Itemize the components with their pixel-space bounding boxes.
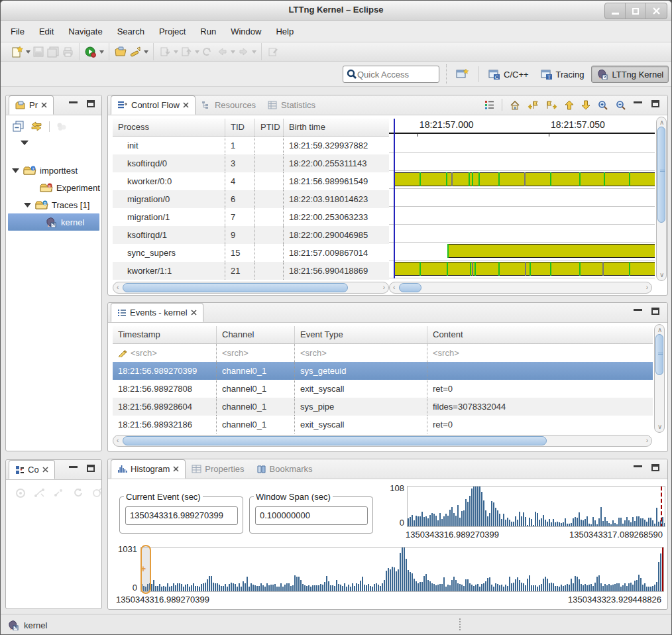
column-header-ptid[interactable]: PTID bbox=[255, 119, 284, 136]
timeline-row-init[interactable] bbox=[389, 135, 655, 153]
tab-statistics[interactable]: Statistics bbox=[262, 95, 321, 115]
event-row[interactable]: 18:21:56.98928604channel0_1sys_pipefilde… bbox=[113, 398, 653, 416]
minimize-view-icon[interactable] bbox=[634, 464, 642, 467]
close-icon[interactable] bbox=[183, 102, 189, 108]
close-icon[interactable] bbox=[42, 467, 48, 473]
table-row[interactable]: init118:21:59.329937882 bbox=[113, 137, 389, 154]
collapse-all-icon[interactable] bbox=[13, 121, 24, 132]
external-tools-icon[interactable] bbox=[84, 45, 98, 58]
search-flashlight-icon[interactable] bbox=[128, 45, 142, 58]
quick-access-box[interactable] bbox=[343, 66, 439, 83]
maximize-view-icon[interactable] bbox=[651, 464, 659, 471]
maximize-view-icon[interactable] bbox=[87, 465, 95, 472]
tree-item-experiment[interactable]: EExperiment bbox=[8, 179, 99, 196]
maximize-view-icon[interactable] bbox=[651, 308, 659, 315]
tab-properties[interactable]: Properties bbox=[186, 459, 250, 479]
minimize-view-icon[interactable] bbox=[634, 308, 642, 311]
table-row[interactable]: migration/0618:22:03.918014623 bbox=[113, 190, 389, 208]
column-header-birth-time[interactable]: Birth time bbox=[284, 119, 389, 136]
timeline-row-kworker-1-1[interactable] bbox=[389, 260, 655, 278]
scroll-left-icon[interactable]: ‹ bbox=[117, 284, 119, 291]
tab-control-flow[interactable]: Control Flow bbox=[111, 95, 196, 115]
maximize-view-icon[interactable] bbox=[651, 100, 659, 107]
control-flow-chart-vscrollbar[interactable]: ∧ ∨ bbox=[656, 117, 667, 281]
scroll-right-icon[interactable]: › bbox=[646, 437, 648, 444]
perspective-cpp-button[interactable]: C C/C++ bbox=[484, 66, 533, 82]
scroll-up-icon[interactable]: ∧ bbox=[657, 327, 662, 333]
menu-search[interactable]: Search bbox=[110, 24, 152, 39]
expand-arrow-icon[interactable] bbox=[24, 203, 35, 207]
menu-project[interactable]: Project bbox=[152, 24, 193, 39]
perspective-tracing-button[interactable]: T Tracing bbox=[536, 66, 589, 82]
zoom-in-icon[interactable] bbox=[598, 100, 608, 110]
minimize-button[interactable] bbox=[605, 3, 626, 19]
external-tools-menu-caret[interactable] bbox=[98, 45, 105, 58]
close-icon[interactable] bbox=[41, 102, 47, 108]
control-flow-timeline-chart[interactable] bbox=[389, 135, 655, 278]
timeline-row-sync_supers[interactable] bbox=[389, 243, 655, 260]
open-perspective-button[interactable] bbox=[453, 65, 473, 84]
column-header-timestamp[interactable]: Timestamp bbox=[113, 326, 217, 343]
quick-access-input[interactable] bbox=[357, 70, 429, 80]
event-row[interactable]: 18:21:56.98927808channel0_1exit_syscallr… bbox=[113, 380, 653, 398]
timeline-row-ksoftirqd-1[interactable] bbox=[389, 225, 655, 243]
timeline-row-kworker-0-0[interactable] bbox=[389, 171, 655, 189]
column-header-process[interactable]: Process bbox=[113, 119, 225, 136]
menu-window[interactable]: Window bbox=[223, 24, 268, 39]
expand-arrow-icon[interactable] bbox=[12, 168, 23, 173]
tree-item-kernel[interactable]: kernel bbox=[8, 213, 99, 231]
histogram-full-range-chart[interactable] bbox=[140, 547, 664, 592]
table-row[interactable]: ksoftirqd/1918:22:00.290046985 bbox=[113, 226, 389, 244]
zoom-out-icon[interactable] bbox=[616, 100, 626, 110]
table-row[interactable]: kworker/0:0418:21:56.989961549 bbox=[113, 172, 389, 190]
scroll-up-icon[interactable]: ∧ bbox=[659, 119, 664, 126]
open-trace-icon[interactable] bbox=[113, 45, 128, 58]
timeline-row-ksoftirqd-0[interactable] bbox=[389, 153, 655, 171]
control-flow-table-hscrollbar[interactable]: ‹ › bbox=[113, 282, 389, 294]
next-event-flag-icon[interactable] bbox=[546, 100, 557, 110]
previous-event-flag-icon[interactable] bbox=[528, 100, 539, 110]
control-flow-chart-hscrollbar[interactable]: ‹ › bbox=[389, 282, 652, 294]
table-row[interactable]: kworker/1:12118:21:56.990418869 bbox=[113, 262, 389, 280]
event-row[interactable]: 18:21:56.989270399channel0_1sys_geteuid bbox=[113, 362, 653, 380]
menu-edit[interactable]: Edit bbox=[32, 24, 61, 39]
minimize-view-icon[interactable] bbox=[69, 100, 78, 103]
tab-control[interactable]: Co bbox=[9, 460, 55, 479]
tab-events-kernel[interactable]: Events - kernel bbox=[111, 303, 203, 322]
reset-zoom-home-icon[interactable] bbox=[510, 100, 520, 110]
table-row[interactable]: sync_supers1518:21:57.009867014 bbox=[113, 244, 389, 262]
search-pencil-icon[interactable] bbox=[118, 348, 131, 358]
close-button[interactable] bbox=[646, 3, 667, 19]
menu-file[interactable]: File bbox=[3, 24, 32, 39]
menu-run[interactable]: Run bbox=[193, 24, 223, 39]
maximize-button[interactable] bbox=[626, 3, 646, 19]
scroll-down-icon[interactable]: ∨ bbox=[657, 424, 662, 430]
show-legend-icon[interactable] bbox=[484, 100, 494, 109]
tab-bookmarks[interactable]: Bookmarks bbox=[251, 459, 319, 479]
column-header-content[interactable]: Content bbox=[427, 326, 653, 343]
minimize-view-icon[interactable] bbox=[69, 465, 78, 468]
new-wizard-icon[interactable] bbox=[10, 45, 25, 58]
events-vscrollbar[interactable]: ∧ ∨ bbox=[654, 324, 665, 433]
link-with-editor-icon[interactable] bbox=[30, 121, 42, 131]
timeline-row-migration-1[interactable] bbox=[389, 207, 655, 225]
timeline-row-migration-0[interactable] bbox=[389, 189, 655, 207]
scroll-down-icon[interactable]: ∨ bbox=[659, 272, 664, 278]
perspective-lttng-button[interactable]: LTTng Kernel bbox=[591, 66, 669, 83]
statusbar-drag-handle[interactable] bbox=[459, 618, 461, 630]
histogram-window-span-chart[interactable] bbox=[407, 486, 665, 527]
close-icon[interactable] bbox=[191, 310, 197, 316]
tab-histogram[interactable]: Histogram bbox=[111, 459, 186, 479]
menu-help[interactable]: Help bbox=[268, 24, 301, 39]
histogram-selection-window[interactable]: + bbox=[140, 545, 151, 594]
column-header-tid[interactable]: TID bbox=[225, 119, 255, 136]
scroll-left-icon[interactable]: ‹ bbox=[117, 437, 119, 444]
next-process-icon[interactable] bbox=[581, 100, 590, 110]
scroll-right-icon[interactable]: › bbox=[646, 284, 648, 291]
table-row[interactable]: ksoftirqd/0318:22:00.255311143 bbox=[113, 154, 389, 172]
scroll-right-icon[interactable]: › bbox=[383, 284, 385, 291]
window-span-field[interactable]: 0.100000000 bbox=[255, 506, 368, 525]
event-row[interactable]: 18:21:56.98932186channel0_1exit_syscallr… bbox=[113, 416, 653, 433]
column-header-event-type[interactable]: Event Type bbox=[295, 326, 427, 343]
events-hscrollbar[interactable]: ‹ › bbox=[113, 435, 652, 447]
